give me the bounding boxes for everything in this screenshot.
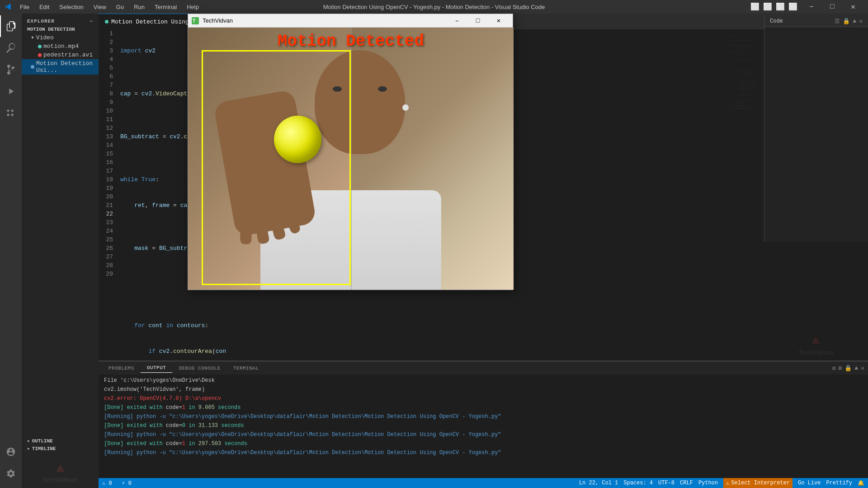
- menu-go[interactable]: Go: [112, 2, 128, 12]
- menu-edit[interactable]: Edit: [35, 2, 54, 12]
- sidebar-item-video[interactable]: ▾ Video: [22, 33, 99, 42]
- status-bar: ⚠ 0 ⚡ 0 Ln 22, Col 1 Spaces: 4 UTF-8 CRL…: [99, 478, 868, 488]
- terminal-line-11: [Running] python -u "c:\Users\yoges\OneD…: [104, 431, 863, 439]
- terminal-line-5: [Done] exited with code=1 in 9.005 secon…: [104, 404, 863, 412]
- status-encoding[interactable]: UTF-8: [658, 480, 675, 486]
- status-go-live[interactable]: Go Live: [798, 480, 821, 486]
- close-button[interactable]: ✕: [843, 0, 863, 14]
- activity-source-control[interactable]: [0, 59, 22, 80]
- line-num-2: 2: [99, 38, 113, 47]
- menu-terminal[interactable]: Terminal: [150, 2, 181, 12]
- maximize-button[interactable]: □: [822, 0, 843, 14]
- sidebar-item-motion-mp4[interactable]: motion.mp4: [22, 42, 99, 51]
- status-line-col[interactable]: Ln 22, Col 1: [579, 480, 618, 486]
- sidebar-header-icons[interactable]: ⋯: [90, 18, 93, 24]
- tab-terminal[interactable]: TERMINAL: [227, 364, 265, 373]
- layout-icon-3[interactable]: ⬜: [776, 2, 785, 11]
- layout-icon-1[interactable]: ⬜: [750, 2, 760, 11]
- menu-selection[interactable]: Selection: [55, 2, 88, 12]
- activity-search[interactable]: [0, 37, 22, 59]
- line-num-5: 5: [99, 64, 113, 72]
- svg-text:T: T: [193, 18, 196, 23]
- status-errors[interactable]: ⚠ 0 ⚡ 0: [102, 480, 132, 487]
- bottom-panel: PROBLEMS OUTPUT DEBUG CONSOLE TERMINAL ⚙…: [99, 361, 868, 478]
- timeline-label[interactable]: ▸ TIMELINE: [22, 445, 99, 452]
- tab-debug-console[interactable]: DEBUG CONSOLE: [172, 364, 226, 373]
- opencv-maximize[interactable]: □: [467, 14, 488, 28]
- file-status-dot: [31, 65, 34, 69]
- status-language[interactable]: Python: [698, 480, 718, 486]
- line-numbers: 1 2 3 4 5 6 7 8 9 10 11 12 13 14 15 16 1: [99, 29, 117, 361]
- line-num-25: 25: [99, 235, 113, 244]
- minimap: import cv2 cap = cv2.VideoCapture BG_sub…: [728, 29, 764, 361]
- line-num-14: 14: [99, 141, 113, 150]
- activity-extensions[interactable]: [0, 102, 22, 124]
- terminal-line-7: [Running] python -u "c:\Users\yoges\OneD…: [104, 413, 863, 421]
- project-label[interactable]: MOTION DETECTION: [22, 26, 99, 33]
- panel-close-icon[interactable]: ✕: [861, 365, 864, 372]
- line-num-9: 9: [99, 98, 113, 107]
- opencv-window-title: TechVidvan: [203, 17, 233, 24]
- line-num-7: 7: [99, 81, 113, 89]
- opencv-window: T TechVidvan – □ ✕ Motion Detected: [188, 14, 513, 290]
- panel-right-controls: ⚙ ⊞ 🔒 ▲ ✕: [832, 365, 864, 372]
- activity-accounts[interactable]: [0, 441, 22, 463]
- opencv-minimize[interactable]: –: [447, 14, 467, 28]
- chevron-right-icon: ▸: [27, 438, 30, 444]
- activity-bar-bottom: [0, 441, 22, 488]
- sidebar-item-main-py[interactable]: Motion Detection Usi...: [22, 59, 99, 75]
- layout-icon-4[interactable]: ⬜: [788, 2, 797, 11]
- code-line-15: if cv2.contourArea(con: [120, 347, 728, 356]
- opencv-titlebar: T TechVidvan – □ ✕: [188, 14, 513, 28]
- tab-problems[interactable]: PROBLEMS: [102, 364, 141, 373]
- panel-lock-icon[interactable]: 🔒: [844, 365, 852, 372]
- terminal-line-13: [Done] exited with code=1 in 297.503 sec…: [104, 440, 863, 448]
- layout-icon-2[interactable]: ⬜: [763, 2, 772, 11]
- title-bar-left: File Edit Selection View Go Run Terminal…: [5, 2, 203, 12]
- activity-explorer[interactable]: [0, 15, 22, 37]
- center-divider: [351, 28, 352, 290]
- line-num-27: 27: [99, 253, 113, 261]
- tab-output[interactable]: OUTPUT: [141, 363, 173, 373]
- status-prettify[interactable]: Prettify: [826, 480, 852, 486]
- file-name: pedestrian.avi: [43, 52, 93, 58]
- menu-view[interactable]: View: [89, 2, 111, 12]
- menu-file[interactable]: File: [15, 2, 34, 12]
- status-spaces[interactable]: Spaces: 4: [623, 480, 653, 486]
- opencv-close[interactable]: ✕: [488, 14, 509, 28]
- status-left: ⚠ 0 ⚡ 0: [102, 480, 132, 487]
- new-file-icon[interactable]: ⋯: [90, 18, 93, 24]
- panel-maximize-icon[interactable]: ▲: [854, 365, 858, 371]
- title-bar-menu[interactable]: File Edit Selection View Go Run Terminal…: [15, 2, 203, 12]
- error-icon: ⚠: [102, 480, 105, 487]
- sidebar-item-pedestrian-avi[interactable]: pedestrian.avi: [22, 51, 99, 59]
- chevron-down-icon: ▾: [31, 34, 34, 41]
- opencv-titlebar-controls: – □ ✕: [447, 14, 509, 28]
- line-num-28: 28: [99, 261, 113, 270]
- panel-tabs-bar: PROBLEMS OUTPUT DEBUG CONSOLE TERMINAL ⚙…: [99, 361, 868, 375]
- line-num-17: 17: [99, 167, 113, 175]
- status-line-ending[interactable]: CRLF: [680, 480, 693, 486]
- yellow-ball: [274, 116, 321, 163]
- file-status-dot: [38, 53, 42, 57]
- video-frame: Motion Detected: [188, 28, 514, 290]
- activity-run-debug[interactable]: [0, 80, 22, 102]
- line-num-18: 18: [99, 175, 113, 184]
- sidebar-title: Explorer: [27, 19, 55, 24]
- panel-settings-icon[interactable]: ⚙: [832, 365, 836, 372]
- line-num-16: 16: [99, 158, 113, 167]
- line-num-19: 19: [99, 184, 113, 192]
- minimize-button[interactable]: –: [801, 0, 822, 14]
- status-interpreter[interactable]: ⚠ Select Interpreter: [723, 478, 793, 488]
- line-num-6: 6: [99, 72, 113, 81]
- interpreter-label: Select Interpreter: [731, 480, 790, 486]
- panel-split-icon[interactable]: ⊞: [839, 365, 842, 372]
- outline-label[interactable]: ▸ OUTLINE: [22, 437, 99, 445]
- line-num-8: 8: [99, 89, 113, 98]
- opencv-icon: T: [192, 17, 199, 24]
- menu-help[interactable]: Help: [182, 2, 203, 12]
- status-notification-icon[interactable]: 🔔: [858, 480, 864, 487]
- menu-run[interactable]: Run: [129, 2, 149, 12]
- warning-icon: ⚡: [122, 480, 125, 487]
- activity-settings[interactable]: [0, 463, 22, 484]
